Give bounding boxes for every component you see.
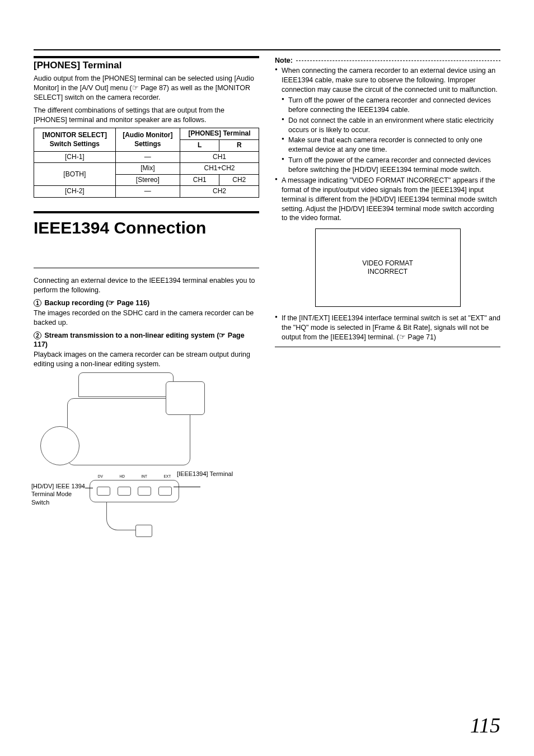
th-monitor-select-line1: [MONITOR SELECT] <box>43 131 107 139</box>
screen-message-box: VIDEO FORMAT INCORRECT <box>315 228 461 307</box>
callout-line-terminal <box>174 487 200 487</box>
cell-both-mix-out: CH1+CH2 <box>180 163 259 175</box>
right-column: Note: When connecting the camera recorde… <box>275 56 500 555</box>
phones-paragraph-2: The different combinations of settings t… <box>34 106 259 125</box>
callout-mode-switch: [HD/DV] IEEE 1394 Terminal Mode Switch <box>31 482 87 506</box>
cell-both-switch: [BOTH] <box>34 163 116 186</box>
ieee1394-heading: IEEE1394 Connection <box>34 211 259 268</box>
note-bullet-2: A message indicating "VIDEO FORMAT INCOR… <box>275 176 500 223</box>
camera-handle-shape <box>78 372 174 397</box>
note-box: Note: When connecting the camera recorde… <box>275 56 500 347</box>
screen-line-2: INCORRECT <box>368 268 407 276</box>
th-audio-monitor-line1: [Audio Monitor] <box>123 131 172 139</box>
circled-1-icon: 1 <box>34 299 41 307</box>
left-column: [PHONES] Terminal Audio output from the … <box>34 56 259 555</box>
cell-both-stereo: [Stereo] <box>115 174 180 186</box>
phones-paragraph-1: Audio output from the [PHONES] terminal … <box>34 74 259 102</box>
port-slot-3 <box>138 487 151 496</box>
circled-2-icon: 2 <box>34 332 41 339</box>
cell-both-stereo-l: CH1 <box>180 174 219 186</box>
phones-table: [MONITOR SELECT] Switch Settings [Audio … <box>34 128 259 198</box>
port-slot-4 <box>158 487 172 496</box>
page-number: 115 <box>470 712 500 739</box>
item-1-body: The images recorded on the SDHC card in … <box>34 309 259 328</box>
th-phones-terminal: [PHONES] Terminal <box>180 128 259 140</box>
cell-both-mix: [Mix] <box>115 163 180 175</box>
camera-viewfinder-shape <box>166 381 205 415</box>
th-audio-monitor-line2: Settings <box>134 140 161 148</box>
port-labels-row: DV HD INT EXT <box>90 474 179 479</box>
cell-ch2-audio: — <box>115 186 180 198</box>
camera-illustration <box>56 376 202 477</box>
item-1-label: Backup recording (☞ Page 116) <box>44 299 149 307</box>
port-label-dv: DV <box>98 474 103 479</box>
note-bullet-1: When connecting the camera recorder to a… <box>275 66 500 175</box>
screen-message-text: VIDEO FORMAT INCORRECT <box>362 259 413 277</box>
item-2-body: Playback images on the camera recorder c… <box>34 350 259 369</box>
cell-ch1-audio: — <box>115 151 180 163</box>
cable-illustration <box>106 502 168 547</box>
port-label-hd: HD <box>119 474 124 479</box>
note-sub-1: Turn off the power of the camera recorde… <box>282 96 500 115</box>
note-sub-4: Turn off the power of the camera recorde… <box>282 156 500 175</box>
port-slot-1 <box>97 487 110 496</box>
item-1-heading: 1 Backup recording (☞ Page 116) <box>34 298 259 307</box>
item-2-label: Stream transmission to a non-linear edit… <box>34 332 245 348</box>
note-bullet-list: When connecting the camera recorder to a… <box>275 66 500 223</box>
cell-ch2-out: CH2 <box>180 186 259 198</box>
note-sub-2: Do not connect the cable in an environme… <box>282 116 500 135</box>
th-r: R <box>219 140 259 152</box>
port-panel <box>90 480 179 502</box>
top-rule <box>34 49 500 50</box>
th-monitor-select-line2: Switch Settings <box>50 140 100 148</box>
note-bullet-list-2: If the [INT/EXT] IEEE1394 interface term… <box>275 314 500 342</box>
cell-ch1-switch: [CH-1] <box>34 151 116 163</box>
camera-lens-shape <box>40 426 79 465</box>
ieee-intro: Connecting an external device to the IEE… <box>34 276 259 295</box>
cable-wire-shape <box>106 502 140 530</box>
note-header: Note: <box>275 56 500 65</box>
port-label-ext: EXT <box>164 474 171 479</box>
phones-heading: [PHONES] Terminal <box>34 56 259 72</box>
th-audio-monitor: [Audio Monitor] Settings <box>115 128 180 151</box>
two-column-layout: [PHONES] Terminal Audio output from the … <box>34 56 500 555</box>
note-bullet-1-text: When connecting the camera recorder to a… <box>282 67 498 94</box>
port-slot-2 <box>118 487 131 496</box>
cell-ch1-out: CH1 <box>180 151 259 163</box>
screen-line-1: VIDEO FORMAT <box>362 259 413 267</box>
cable-plug-shape <box>135 525 152 537</box>
cell-ch2-switch: [CH-2] <box>34 186 116 198</box>
note-sub-list: Turn off the power of the camera recorde… <box>282 96 500 175</box>
th-l: L <box>180 140 219 152</box>
cell-both-stereo-r: CH2 <box>219 174 259 186</box>
note-bullet-3: If the [INT/EXT] IEEE1394 interface term… <box>275 314 500 342</box>
item-2-heading: 2 Stream transmission to a non-linear ed… <box>34 331 259 349</box>
port-label-int: INT <box>141 474 147 479</box>
th-monitor-select: [MONITOR SELECT] Switch Settings <box>34 128 116 151</box>
callout-ieee1394-terminal: [IEEE1394] Terminal <box>177 470 233 478</box>
camera-diagram: DV HD INT EXT [IEEE1394] Terminal [HD/DV… <box>34 376 259 555</box>
note-sub-3: Make sure that each camera recorder is c… <box>282 136 500 155</box>
